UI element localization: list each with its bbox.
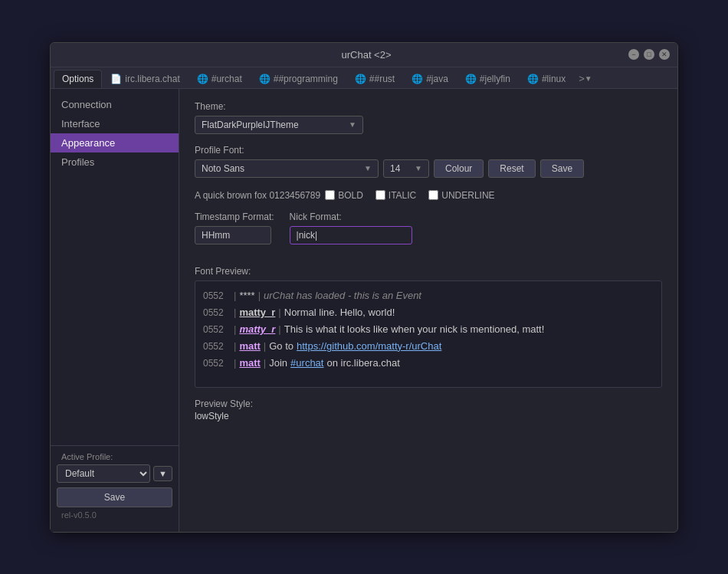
tab-more-arrow: > xyxy=(579,73,585,84)
tab-irc-libera[interactable]: 📄 irc.libera.chat xyxy=(102,70,188,88)
tab-more-dropdown: ▼ xyxy=(585,74,592,83)
tabbar: Options 📄 irc.libera.chat 🌐 #urchat 🌐 ##… xyxy=(51,67,677,89)
profile-font-label: Profile Font: xyxy=(195,145,662,156)
tab-more-button[interactable]: > ▼ xyxy=(574,70,597,88)
italic-checkbox[interactable] xyxy=(375,190,385,200)
preview-text: A quick brown fox 0123456789 xyxy=(195,190,320,201)
tab-rust[interactable]: 🌐 ##rust xyxy=(346,70,403,88)
tab-options-label: Options xyxy=(62,74,93,84)
tab-linux-label: #linux xyxy=(542,74,566,84)
font-preview-box: 0552 | **** | urChat has loaded - this i… xyxy=(195,280,662,388)
reset-button[interactable]: Reset xyxy=(488,159,535,178)
tab-java-icon: 🌐 xyxy=(412,74,423,84)
font-value: Noto Sans xyxy=(202,163,244,174)
main-window: urChat <2> − □ ✕ Options 📄 irc.libera.ch… xyxy=(50,42,678,533)
tab-urchat[interactable]: 🌐 #urchat xyxy=(189,70,251,88)
link-urchat[interactable]: #urchat xyxy=(290,355,323,372)
bold-checkbox[interactable] xyxy=(325,190,335,200)
profile-select[interactable]: Default xyxy=(57,464,150,483)
tab-urchat-icon: 🌐 xyxy=(197,74,208,84)
font-controls-row: Noto Sans ▼ 14 ▼ Colour Reset Save xyxy=(195,159,662,178)
tab-irc-label: irc.libera.chat xyxy=(125,74,179,84)
font-size-dropdown[interactable]: 14 ▼ xyxy=(383,159,429,178)
tab-options[interactable]: Options xyxy=(54,70,102,88)
underline-checkbox-label[interactable]: UNDERLINE xyxy=(428,190,494,201)
minimize-button[interactable]: − xyxy=(628,49,639,60)
preview-line-2: 0552 | matty_r | This is what it looks l… xyxy=(203,321,654,338)
link-github[interactable]: https://github.com/matty-r/urChat xyxy=(297,338,441,355)
underline-label: UNDERLINE xyxy=(441,190,494,201)
sidebar-item-connection[interactable]: Connection xyxy=(51,95,179,114)
profile-select-row: Default ▼ xyxy=(57,464,172,483)
preview-line-3: 0552 | matt | Go to https://github.com/m… xyxy=(203,338,654,355)
sidebar-item-profiles[interactable]: Profiles xyxy=(51,153,179,172)
save-font-button[interactable]: Save xyxy=(540,159,584,178)
version-label: rel-v0.5.0 xyxy=(57,507,172,520)
tab-linux[interactable]: 🌐 #linux xyxy=(519,70,574,88)
close-button[interactable]: ✕ xyxy=(659,49,670,60)
preview-style-value: lowStyle xyxy=(195,411,662,421)
nick-format-group: Nick Format: xyxy=(290,212,412,244)
font-preview-label: Font Preview: xyxy=(195,266,662,277)
underline-checkbox[interactable] xyxy=(428,190,438,200)
nick-format-label: Nick Format: xyxy=(290,212,412,222)
sidebar-save-button[interactable]: Save xyxy=(57,487,172,507)
tab-jellyfin-icon: 🌐 xyxy=(465,74,477,84)
tab-java[interactable]: 🌐 #java xyxy=(403,70,457,88)
sidebar-bottom: Active Profile: Default ▼ Save rel-v0.5.… xyxy=(51,445,179,526)
italic-label: ITALIC xyxy=(389,190,416,201)
tab-urchat-label: #urchat xyxy=(212,74,242,84)
content-panel: Theme: FlatDarkPurpleIJTheme ▼ Profile F… xyxy=(179,89,677,532)
theme-dropdown[interactable]: FlatDarkPurpleIJTheme ▼ xyxy=(195,116,363,134)
tab-linux-icon: 🌐 xyxy=(527,74,539,84)
sidebar-item-appearance[interactable]: Appearance xyxy=(51,133,179,153)
font-preview-group: Font Preview: 0552 | **** | urChat has l… xyxy=(195,266,662,388)
titlebar-controls: − □ ✕ xyxy=(628,49,670,60)
bold-checkbox-label[interactable]: BOLD xyxy=(325,190,363,201)
nick-format-input[interactable] xyxy=(290,226,412,244)
size-dropdown-arrow: ▼ xyxy=(415,164,422,172)
profile-font-group: Profile Font: Noto Sans ▼ 14 ▼ Colour Re… xyxy=(195,145,662,201)
format-row: Timestamp Format: Nick Format: xyxy=(195,212,662,255)
tab-irc-icon: 📄 xyxy=(110,74,122,84)
tab-java-label: #java xyxy=(426,74,448,84)
font-family-dropdown[interactable]: Noto Sans ▼ xyxy=(195,159,379,178)
tab-rust-icon: 🌐 xyxy=(355,74,366,84)
theme-value: FlatDarkPurpleIJTheme xyxy=(202,120,299,130)
tab-rust-label: ##rust xyxy=(369,74,395,84)
tab-jellyfin[interactable]: 🌐 #jellyfin xyxy=(457,70,519,88)
theme-group: Theme: FlatDarkPurpleIJTheme ▼ xyxy=(195,101,662,134)
theme-dropdown-arrow: ▼ xyxy=(349,120,356,129)
preview-style-label: Preview Style: xyxy=(195,399,662,409)
theme-label: Theme: xyxy=(195,101,662,112)
main-content: Connection Interface Appearance Profiles… xyxy=(51,89,677,532)
maximize-button[interactable]: □ xyxy=(644,49,654,60)
tab-programming[interactable]: 🌐 ##programming xyxy=(251,70,346,88)
active-profile-label: Active Profile: xyxy=(57,452,172,464)
preview-style-group: Preview Style: lowStyle xyxy=(195,399,662,421)
font-size-value: 14 xyxy=(390,163,400,174)
colour-button[interactable]: Colour xyxy=(434,159,484,178)
timestamp-input[interactable] xyxy=(195,226,271,244)
preview-line-1: 0552 | matty_r | Normal line. Hello, wor… xyxy=(203,304,654,321)
titlebar: urChat <2> − □ ✕ xyxy=(51,43,677,67)
bold-label: BOLD xyxy=(338,190,363,201)
font-dropdown-arrow: ▼ xyxy=(364,164,372,172)
italic-checkbox-label[interactable]: ITALIC xyxy=(375,190,416,201)
sidebar: Connection Interface Appearance Profiles… xyxy=(51,89,179,532)
preview-bold-row: A quick brown fox 0123456789 BOLD ITALIC xyxy=(195,184,662,201)
timestamp-label: Timestamp Format: xyxy=(195,212,274,222)
tab-programming-icon: 🌐 xyxy=(259,74,271,84)
window-title: urChat <2> xyxy=(104,49,628,61)
font-style-checkboxes: BOLD ITALIC UNDERLINE xyxy=(325,190,495,201)
timestamp-group: Timestamp Format: xyxy=(195,212,274,244)
sidebar-item-interface[interactable]: Interface xyxy=(51,114,179,133)
profile-dropdown-arrow[interactable]: ▼ xyxy=(153,466,172,481)
tab-jellyfin-label: #jellyfin xyxy=(480,74,510,84)
tab-programming-label: ##programming xyxy=(274,74,338,84)
preview-line-0: 0552 | **** | urChat has loaded - this i… xyxy=(203,287,654,304)
preview-line-4: 0552 | matt | Join #urchat on irc.libera… xyxy=(203,355,654,372)
